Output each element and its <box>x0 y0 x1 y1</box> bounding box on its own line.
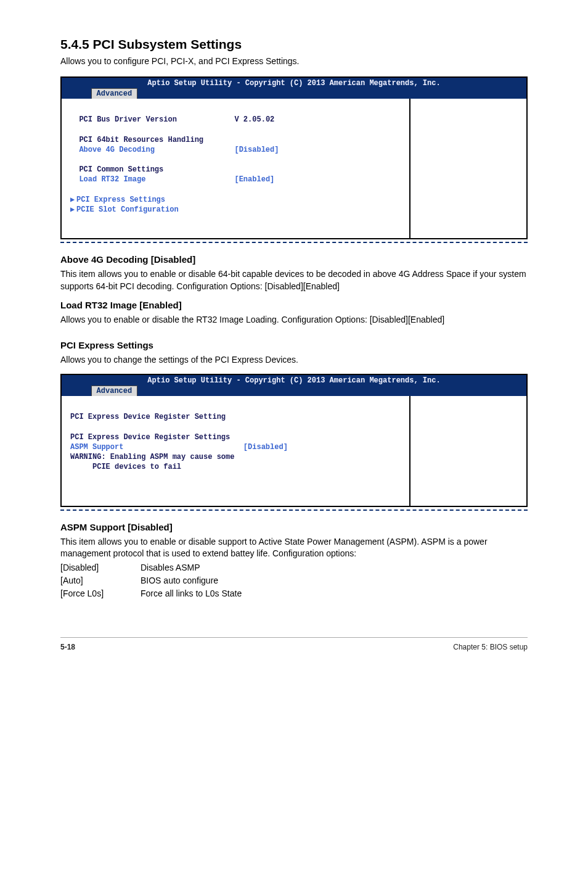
bios-row-register-setting: PCI Express Device Register Setting <box>70 413 226 421</box>
bios-row-loadrt32-label[interactable]: Load RT32 Image <box>79 175 145 184</box>
section-number-title: 5.4.5 PCI Subsystem Settings <box>60 37 528 52</box>
bios-row-above4g-value[interactable]: [Disabled] <box>234 146 279 154</box>
option-key: [Disabled] <box>60 561 141 574</box>
bios-row-64bit-label: PCI 64bit Resources Handling <box>79 136 203 144</box>
bios-tab-advanced[interactable]: Advanced <box>91 88 138 99</box>
bios-header: Aptio Setup Utility - Copyright (C) 2013… <box>62 375 526 396</box>
heading-pci-express: PCI Express Settings <box>60 340 528 350</box>
option-row: [Auto] BIOS auto configure <box>60 574 528 587</box>
bios-panel-pci-subsystem: Aptio Setup Utility - Copyright (C) 2013… <box>60 76 528 240</box>
bios-row-register-settings: PCI Express Device Register Settings <box>70 433 230 442</box>
footer-chapter: Chapter 5: BIOS setup <box>453 643 528 651</box>
bios-panel-pci-express: Aptio Setup Utility - Copyright (C) 2013… <box>60 374 528 507</box>
page-footer: 5-18 Chapter 5: BIOS setup <box>60 637 528 651</box>
aspm-options-table: [Disabled] Disables ASMP [Auto] BIOS aut… <box>60 561 528 600</box>
bios-tab-advanced[interactable]: Advanced <box>91 386 138 396</box>
bios-title: Aptio Setup Utility - Copyright (C) 2013… <box>62 376 526 386</box>
footer-page-number: 5-18 <box>60 643 75 651</box>
option-key: [Auto] <box>60 574 141 587</box>
bios-left-pane: PCI Express Device Register Setting PCI … <box>62 396 410 506</box>
option-row: [Disabled] Disables ASMP <box>60 561 528 574</box>
option-value: BIOS auto configure <box>141 574 218 587</box>
bios-right-pane <box>410 99 526 238</box>
bios-row-loadrt32-value[interactable]: [Enabled] <box>234 175 274 184</box>
body-pci-express: Allows you to change the settings of the… <box>60 354 528 366</box>
bios-row-pcie-slot-config[interactable]: PCIE Slot Configuration <box>76 205 179 214</box>
bios-body: PCI Express Device Register Setting PCI … <box>62 396 526 506</box>
section-intro-text: Allows you to configure PCI, PCI-X, and … <box>60 56 528 68</box>
submenu-arrow-icon: ▶ <box>70 205 76 215</box>
heading-load-rt32: Load RT32 Image [Enabled] <box>60 300 528 310</box>
bios-body: PCI Bus Driver Version V 2.05.02 PCI 64b… <box>62 99 526 238</box>
bios-tab-row: Advanced <box>62 386 526 396</box>
bios-left-pane: PCI Bus Driver Version V 2.05.02 PCI 64b… <box>62 99 410 238</box>
bios-tab-row: Advanced <box>62 88 526 99</box>
body-above-4g: This item allows you to enable or disabl… <box>60 268 528 292</box>
option-key: [Force L0s] <box>60 587 141 600</box>
bios-tab-spacer <box>68 88 91 99</box>
bios-row-pci-express-settings[interactable]: PCI Express Settings <box>76 196 165 204</box>
body-aspm-support: This item allows you to enable or disabl… <box>60 536 528 560</box>
bios-row-pci-version-label: PCI Bus Driver Version <box>79 115 176 124</box>
option-value: Disables ASMP <box>141 561 200 574</box>
bios-right-pane <box>410 396 526 506</box>
bios-tab-spacer <box>68 386 91 396</box>
bios-row-aspm-value[interactable]: [Disabled] <box>243 443 288 452</box>
option-row: [Force L0s] Force all links to L0s State <box>60 587 528 600</box>
bios-row-warning-2: PCIE devices to fail <box>70 463 181 471</box>
submenu-arrow-icon: ▶ <box>70 195 76 205</box>
heading-above-4g: Above 4G Decoding [Disabled] <box>60 254 528 265</box>
bios-row-pci-version-value: V 2.05.02 <box>234 115 274 124</box>
bios-row-aspm-label[interactable]: ASPM Support <box>70 443 123 452</box>
bios-row-warning-1: WARNING: Enabling ASPM may cause some <box>70 453 234 461</box>
bios-header: Aptio Setup Utility - Copyright (C) 2013… <box>62 78 526 99</box>
body-load-rt32: Allows you to enable or disable the RT32… <box>60 314 528 326</box>
option-value: Force all links to L0s State <box>141 587 242 600</box>
bios-row-above4g-label[interactable]: Above 4G Decoding <box>79 146 154 154</box>
bios-row-common-label: PCI Common Settings <box>79 165 163 174</box>
bios-bottom-dashes <box>60 242 528 243</box>
bios-bottom-dashes <box>60 510 528 511</box>
heading-aspm-support: ASPM Support [Disabled] <box>60 522 528 532</box>
bios-title: Aptio Setup Utility - Copyright (C) 2013… <box>62 78 526 88</box>
